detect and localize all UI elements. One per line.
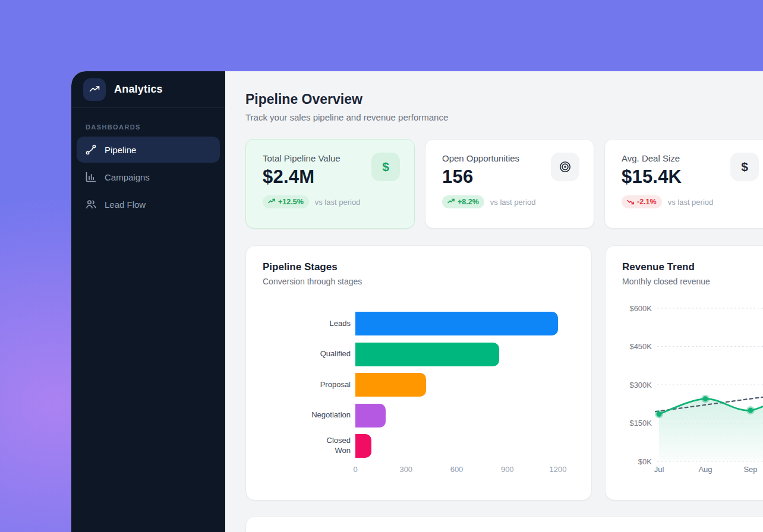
stat-footer: +8.2% vs last period <box>442 195 594 208</box>
pipeline-stages-card: Pipeline Stages Conversion through stage… <box>245 245 592 501</box>
comparison-caption: vs last period <box>668 198 714 207</box>
x-tick-label: 900 <box>501 465 514 474</box>
comparison-caption: vs last period <box>315 198 361 207</box>
bar-category-label: Qualified <box>263 349 351 359</box>
trending-up-icon <box>89 84 100 96</box>
x-tick-label: Aug <box>698 465 712 474</box>
y-tick-label: $300K <box>629 381 652 390</box>
bar-track <box>355 404 558 428</box>
trending-up-icon <box>447 198 455 207</box>
y-tick-label: $450K <box>629 342 652 351</box>
app-title: Analytics <box>114 83 163 96</box>
x-tick-label: Sep <box>743 465 757 474</box>
chart-subtitle: Monthly closed revenue <box>622 277 763 286</box>
charts-row: Pipeline Stages Conversion through stage… <box>245 245 763 501</box>
change-value: +8.2% <box>458 198 479 206</box>
y-tick-label: $0K <box>638 457 652 466</box>
bar[interactable] <box>355 312 558 335</box>
stat-card-total-pipeline-value: Total Pipeline Value $2.4M +12.5% vs las… <box>245 139 415 229</box>
bar[interactable] <box>355 343 499 366</box>
bar-track <box>355 343 558 366</box>
bar-row: Proposal <box>263 373 575 397</box>
bar-track <box>355 312 558 335</box>
bar-rows: LeadsQualifiedProposalNegotiationClosed … <box>263 312 575 458</box>
stat-card-avg-deal-size: Avg. Deal Size $15.4K -2.1% vs last peri… <box>604 139 763 229</box>
sidebar-item-label: Lead Flow <box>105 200 146 210</box>
bar-category-label: Leads <box>263 319 351 329</box>
sidebar-nav: Pipeline Campaigns Lead Flow <box>71 137 225 217</box>
chart-title: Pipeline Stages <box>263 261 575 273</box>
target-icon <box>551 153 579 181</box>
bar-category-label: Negotiation <box>263 410 351 420</box>
x-tick-label: 0 <box>353 465 357 474</box>
dollar-icon: $ <box>371 153 400 181</box>
data-point[interactable] <box>703 396 708 401</box>
y-tick-label: $600K <box>629 304 652 313</box>
bar-row: Closed Won <box>263 434 575 458</box>
trending-down-icon <box>627 198 634 205</box>
bar-track <box>355 434 558 458</box>
bar-row: Qualified <box>263 343 575 366</box>
bar-chart-icon <box>85 171 97 183</box>
main-content: Pipeline Overview Track your sales pipel… <box>225 71 763 532</box>
analytics-logo <box>83 78 106 101</box>
revenue-trend-svg: $0K$150K$300K$450K$600KJulAugSep <box>622 299 763 477</box>
users-icon <box>85 198 97 210</box>
pipeline-route-icon <box>85 144 97 156</box>
app-window: Analytics DASHBOARDS Pipeline <box>71 71 763 532</box>
partially-visible-card <box>245 516 763 532</box>
x-tick-label: 300 <box>399 465 412 474</box>
bar-category-label: Closed Won <box>263 436 351 456</box>
bar[interactable] <box>355 373 426 397</box>
dollar-icon: $ <box>730 153 759 181</box>
bar[interactable] <box>355 434 371 458</box>
change-badge: +8.2% <box>442 195 484 208</box>
pipeline-stages-chart[interactable]: LeadsQualifiedProposalNegotiationClosed … <box>263 312 575 476</box>
x-tick-label: 1200 <box>550 465 567 474</box>
x-tick-label: 600 <box>450 465 464 474</box>
trending-up-icon <box>268 198 275 207</box>
bar[interactable] <box>355 404 386 428</box>
sidebar-item-lead-flow[interactable]: Lead Flow <box>77 191 220 217</box>
bar-category-label: Proposal <box>263 380 351 390</box>
change-value: -2.1% <box>637 198 657 206</box>
page-title: Pipeline Overview <box>245 91 763 107</box>
page-subtitle: Track your sales pipeline and revenue pe… <box>245 112 763 122</box>
stat-footer: +12.5% vs last period <box>263 195 414 208</box>
sidebar-item-label: Campaigns <box>105 172 150 182</box>
sidebar: Analytics DASHBOARDS Pipeline <box>71 71 225 532</box>
data-point[interactable] <box>748 408 753 413</box>
y-tick-label: $150K <box>629 419 652 428</box>
comparison-caption: vs last period <box>490 198 536 207</box>
change-value: +12.5% <box>278 198 304 206</box>
change-badge: -2.1% <box>622 195 662 208</box>
sidebar-header: Analytics <box>71 71 225 108</box>
sidebar-item-campaigns[interactable]: Campaigns <box>77 164 220 190</box>
bar-track <box>355 373 558 397</box>
sidebar-item-label: Pipeline <box>105 145 136 155</box>
stat-footer: -2.1% vs last period <box>622 195 763 208</box>
sidebar-item-pipeline[interactable]: Pipeline <box>77 137 220 163</box>
stat-card-open-opportunities: Open Opportunities 156 +8.2% vs last per… <box>425 139 594 229</box>
stats-row: Total Pipeline Value $2.4M +12.5% vs las… <box>245 139 763 229</box>
revenue-trend-card: Revenue Trend Monthly closed revenue $0K… <box>605 245 763 501</box>
chart-subtitle: Conversion through stages <box>263 277 575 286</box>
chart-title: Revenue Trend <box>622 261 763 273</box>
revenue-trend-chart[interactable]: $0K$150K$300K$450K$600KJulAugSep <box>622 299 763 479</box>
bar-x-axis: 03006009001200 <box>355 465 558 476</box>
x-tick-label: Jul <box>654 465 664 474</box>
data-point[interactable] <box>657 411 662 417</box>
change-badge: +12.5% <box>263 195 309 208</box>
bar-row: Leads <box>263 312 575 335</box>
sidebar-section-label: DASHBOARDS <box>86 124 211 131</box>
bar-row: Negotiation <box>263 404 575 428</box>
